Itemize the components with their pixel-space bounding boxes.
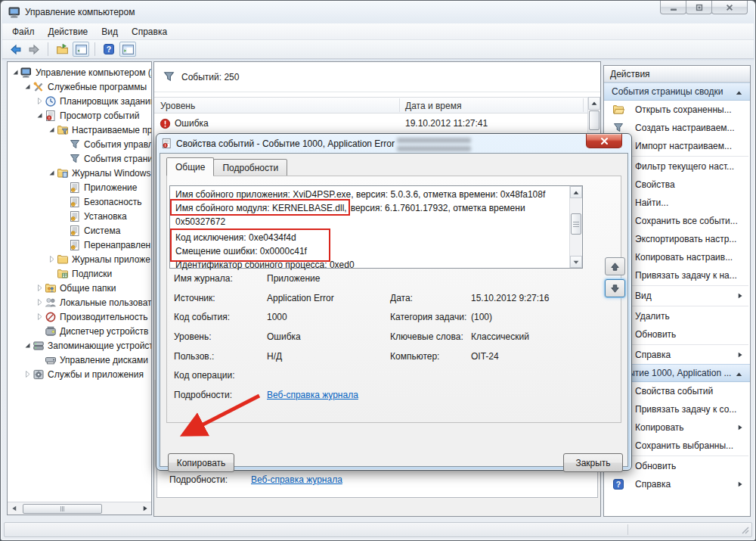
column-header-level[interactable]: Уровень: [160, 101, 195, 111]
screen: Управление компьютером Файл Действие Вид…: [0, 0, 756, 541]
tree-item-setup-log[interactable]: Установка: [8, 209, 151, 223]
menu-action[interactable]: Действие: [42, 24, 95, 39]
actions-section-summary-page[interactable]: События страницы сводки: [604, 82, 750, 101]
tree-item-performance[interactable]: Производительность: [8, 309, 151, 324]
event-row[interactable]: Ошибка 19.10.2012 11:27:41: [154, 115, 587, 132]
action-open-saved-log[interactable]: Открыть сохраненны...: [604, 101, 750, 119]
action-label: Справка: [635, 479, 671, 490]
action-event-help-submenu[interactable]: Справка: [604, 475, 750, 493]
column-header-datetime[interactable]: Дата и время: [405, 101, 461, 111]
menu-help[interactable]: Справка: [125, 24, 174, 39]
scroll-down-icon[interactable]: [570, 256, 582, 268]
event-description-box[interactable]: Имя сбойного приложения: XviD4PSP.exe, в…: [169, 185, 583, 269]
computer-management-icon: [8, 6, 21, 19]
tree-item-task-scheduler[interactable]: Планировщик заданий: [8, 94, 151, 108]
expander-open-icon[interactable]: [47, 169, 56, 177]
help-button[interactable]: [101, 42, 117, 57]
scrollbar-thumb[interactable]: [589, 110, 600, 130]
expander-open-icon[interactable]: [23, 341, 32, 350]
minimize-button[interactable]: [660, 1, 686, 14]
tree-item-shared-folders[interactable]: Общие папки: [8, 281, 151, 295]
scrollbar-thumb[interactable]: [571, 213, 581, 235]
show-action-pane-button[interactable]: [119, 42, 136, 57]
tab-general-page: Имя сбойного приложения: XviD4PSP.exe, в…: [166, 176, 621, 423]
tree-item-disk-management[interactable]: Управление дисками: [8, 353, 151, 367]
menu-file[interactable]: Файл: [5, 24, 42, 39]
scroll-left-icon[interactable]: [8, 502, 20, 515]
scrollbar-thumb[interactable]: [23, 504, 102, 514]
scroll-up-icon[interactable]: [588, 97, 600, 110]
log-icon: [69, 225, 81, 237]
preview-web-help-link[interactable]: Веб-справка журнала: [251, 474, 342, 485]
expander-open-icon[interactable]: [23, 82, 32, 91]
expander-closed-icon[interactable]: [47, 255, 56, 263]
tree-item-event-viewer[interactable]: Просмотр событий: [8, 108, 151, 123]
help-icon: [612, 478, 624, 490]
close-dialog-button[interactable]: Закрыть: [563, 453, 623, 472]
resize-grip-icon[interactable]: [741, 526, 750, 535]
field-user-label: Пользов.:: [174, 351, 214, 362]
tree-item-services-apps[interactable]: Службы и приложения: [8, 367, 151, 381]
close-button[interactable]: [711, 1, 748, 14]
tree-item-app-service-logs[interactable]: Журналы приложе: [8, 252, 151, 266]
tree-item-system-tools[interactable]: Служебные программы: [8, 79, 151, 94]
collapse-icon[interactable]: [735, 89, 743, 96]
tree-item-custom-views[interactable]: Настраиваемые пр: [8, 123, 151, 137]
next-event-button[interactable]: [605, 279, 625, 297]
description-scrollbar[interactable]: [569, 186, 582, 268]
expander-closed-icon[interactable]: [35, 284, 44, 292]
scroll-right-icon[interactable]: [138, 502, 151, 515]
expander-closed-icon[interactable]: [35, 312, 44, 321]
window-titlebar[interactable]: Управление компьютером: [1, 1, 755, 23]
module-version-text: версия: 6.1.7601.17932, отметка времени: [351, 203, 525, 213]
action-label: Привязать задачу к со...: [635, 404, 736, 415]
disk-management-icon: [45, 354, 57, 366]
tree-item-label: Производительность: [60, 312, 147, 322]
scroll-up-icon[interactable]: [570, 186, 582, 198]
dialog-titlebar[interactable]: Свойства событий - Событие 1000, Applica…: [161, 134, 578, 153]
tree-item-label: События управл: [84, 139, 152, 150]
copy-button[interactable]: Копировать: [168, 453, 234, 472]
tab-general[interactable]: Общие: [166, 157, 214, 176]
tree-item-label: Планировщик заданий: [60, 96, 152, 107]
minimize-icon: [669, 3, 678, 12]
tree-item-windows-logs[interactable]: Журналы Windows: [8, 166, 151, 180]
tree-item-admin-events[interactable]: События управл: [8, 137, 151, 151]
tree-horizontal-scrollbar[interactable]: [8, 502, 151, 515]
export-list-button[interactable]: [54, 42, 70, 57]
tree-item-computer-management[interactable]: Управление компьютером (л: [8, 65, 151, 79]
tree-item-system-log[interactable]: Система: [8, 223, 151, 238]
expander-closed-icon[interactable]: [23, 370, 32, 378]
back-button[interactable]: [7, 42, 23, 57]
tree-item-device-manager[interactable]: Диспетчер устройств: [8, 324, 151, 338]
action-label: Обновить: [635, 329, 676, 340]
expander-open-icon[interactable]: [47, 126, 56, 134]
collapse-icon[interactable]: [735, 371, 743, 378]
tree-item-subscriptions[interactable]: Подписки: [8, 266, 151, 281]
menu-view[interactable]: Вид: [94, 24, 125, 39]
column-divider[interactable]: [583, 98, 584, 112]
web-help-link[interactable]: Веб-справка журнала: [267, 390, 358, 400]
expander-closed-icon[interactable]: [35, 97, 44, 105]
expander-closed-icon[interactable]: [35, 298, 44, 306]
tree-item-label: Подписки: [72, 269, 112, 279]
filter-icon: [69, 153, 81, 165]
log-icon: [69, 239, 81, 251]
restore-button[interactable]: [686, 1, 712, 14]
tab-details[interactable]: Подробности: [213, 159, 287, 176]
tree-item-forwarded-events[interactable]: Перенаправлен: [8, 238, 151, 252]
field-source-value: Application Error: [267, 293, 334, 303]
tree-item-storage[interactable]: Запоминающие устройст: [8, 338, 151, 353]
previous-event-button[interactable]: [605, 257, 625, 275]
tree-item-application-log[interactable]: Приложение: [8, 180, 151, 194]
forward-button[interactable]: [26, 42, 42, 57]
show-console-tree-button[interactable]: [73, 42, 89, 57]
tree-item-summary-page-events[interactable]: События страни: [8, 151, 151, 166]
tree-item-security-log[interactable]: Безопасность: [8, 194, 151, 209]
expander-open-icon[interactable]: [35, 111, 44, 120]
action-label: Обновить: [635, 461, 676, 471]
tree-item-local-users[interactable]: Локальные пользовате: [8, 295, 151, 309]
expander-open-icon[interactable]: [11, 68, 20, 76]
column-divider[interactable]: [399, 98, 400, 112]
dialog-close-button[interactable]: [586, 134, 622, 148]
